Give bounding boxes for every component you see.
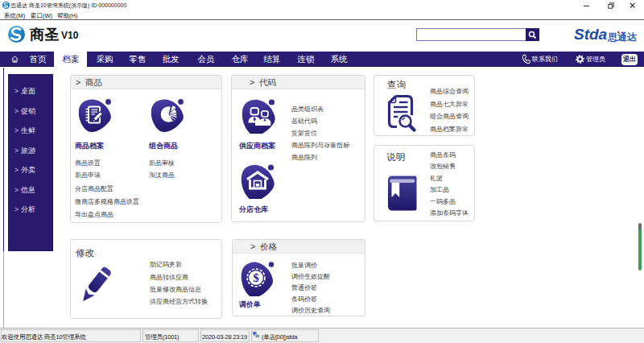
svg-text:$: $: [253, 271, 258, 284]
